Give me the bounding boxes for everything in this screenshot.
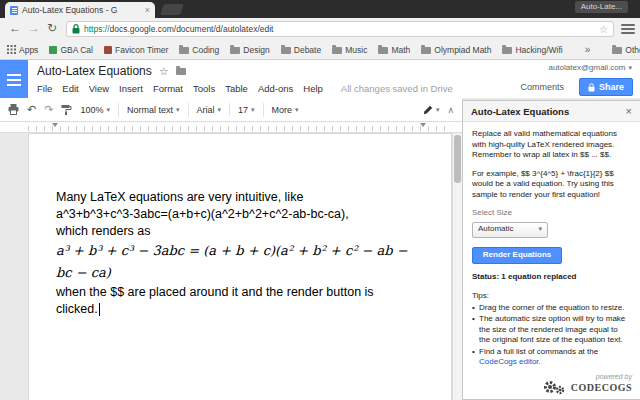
bookmark-folder-coding[interactable]: Coding [179, 45, 219, 55]
bullet-icon: • [472, 347, 479, 368]
chevron-down-icon: ▾ [106, 106, 110, 114]
bookmark-gba-cal[interactable]: GBA Cal [49, 45, 93, 55]
rendered-equation-image[interactable]: a³ + b³ + c³ − 3abc = (a + b + c)(a² + b… [56, 240, 426, 284]
document-area: Many LaTeX equations are very intuitive,… [0, 133, 462, 400]
chevron-down-icon: ▾ [436, 106, 440, 114]
font-family-select[interactable]: Arial ▾ [197, 105, 222, 115]
bookmark-apps[interactable]: Apps [7, 45, 38, 55]
right-indent-marker[interactable] [420, 123, 426, 127]
undo-icon[interactable]: ↶ [27, 104, 36, 115]
chevron-down-icon: ▾ [538, 224, 542, 235]
forward-icon[interactable]: → [28, 21, 40, 35]
size-select[interactable]: Automatic ▾ [472, 222, 548, 238]
document-scrollbar[interactable] [452, 133, 462, 400]
document-text[interactable]: Many LaTeX equations are very intuitive,… [56, 189, 426, 318]
codecogs-gears-icon [542, 380, 568, 395]
account-email[interactable]: autolatex@gmail.com ▾ [548, 63, 632, 72]
paragraph-line: when the $$ are placed around it and the… [56, 284, 426, 301]
folder-icon [281, 47, 291, 54]
star-document-icon[interactable]: ☆ [159, 65, 169, 78]
docs-header: Auto-Latex Equations ☆ autolatex@gmail.c… [0, 60, 640, 98]
menu-insert[interactable]: Insert [119, 83, 143, 94]
tab-strip: Auto-Latex Equations - G × Auto-Late... [0, 0, 640, 18]
print-icon[interactable] [8, 104, 19, 115]
folder-icon [378, 47, 388, 54]
folder-icon [502, 47, 512, 54]
font-size-select[interactable]: 17 ▾ [238, 105, 255, 115]
share-button[interactable]: Share [579, 78, 633, 96]
paragraph-line: clicked. [56, 301, 426, 318]
tab-close-icon[interactable]: × [145, 5, 150, 15]
sidebar-intro-text: Replace all valid mathematical equations… [472, 129, 631, 161]
status-text: Status: 1 equation replaced [472, 272, 631, 283]
powered-by-label: powered by [542, 373, 632, 380]
scrollbar-thumb[interactable] [454, 135, 461, 183]
new-tab-button[interactable] [160, 4, 184, 15]
menu-bar: File Edit View Insert Format Tools Table… [37, 83, 453, 94]
bookmarks-bar: Apps GBA Cal Favicon Timer Coding Design… [0, 40, 640, 60]
bookmark-folder-music[interactable]: Music [332, 45, 367, 55]
chrome-menu-icon[interactable] [621, 24, 635, 34]
url-scheme: https:// [84, 24, 110, 34]
render-equations-button[interactable]: Render Equations [472, 247, 562, 264]
codecogs-brand[interactable]: CODECOGS [571, 382, 632, 393]
browser-tab[interactable]: Auto-Latex Equations - G × [5, 2, 155, 18]
bookmark-folder-math[interactable]: Math [378, 45, 410, 55]
docs-home-icon[interactable] [0, 60, 28, 98]
comments-button[interactable]: Comments [514, 80, 570, 94]
address-bar: ← → ↻ https:// docs.google.com/document/… [0, 18, 640, 40]
sidebar-close-icon[interactable]: × [626, 105, 632, 117]
paint-format-icon[interactable] [61, 104, 72, 115]
hide-menus-icon[interactable]: ∧ [447, 105, 454, 115]
tip-item: • Drag the corner of the equation to res… [472, 303, 631, 314]
docs-toolbar: ↶ ↷ 100% ▾ Normal text ▾ Arial ▾ 17 ▾ Mo… [0, 98, 462, 122]
menu-format[interactable]: Format [153, 83, 183, 94]
secure-lock-icon [72, 24, 80, 34]
redo-icon[interactable]: ↷ [44, 104, 53, 115]
bookmark-folder-olympiad-math[interactable]: Olympiad Math [421, 45, 491, 55]
tips-title: Tips: [472, 291, 631, 302]
pen-icon [423, 105, 433, 115]
other-bookmarks-button[interactable]: Other bookmarks [612, 45, 640, 55]
back-icon[interactable]: ← [9, 21, 21, 35]
more-toolbar-button[interactable]: More ▾ [272, 105, 299, 115]
browser-window: Auto-Latex Equations - G × Auto-Late... … [0, 0, 640, 400]
zoom-select[interactable]: 100% ▾ [80, 105, 110, 115]
bookmark-favicon-timer[interactable]: Favicon Timer [104, 45, 168, 55]
menu-help[interactable]: Help [303, 83, 323, 94]
floating-tab-label: Auto-Late... [575, 1, 628, 13]
edit-mode-button[interactable]: ▾ [423, 105, 440, 115]
site-favicon-icon [104, 46, 112, 54]
text-cursor [99, 303, 100, 316]
paragraph-style-select[interactable]: Normal text ▾ [127, 105, 180, 115]
bullet-icon: • [472, 303, 479, 314]
bookmark-folder-design[interactable]: Design [230, 45, 269, 55]
bookmark-folder-debate[interactable]: Debate [281, 45, 321, 55]
codecogs-editor-link[interactable]: CodeCogs editor. [479, 357, 541, 366]
move-to-folder-icon[interactable] [176, 68, 186, 75]
menu-edit[interactable]: Edit [62, 83, 78, 94]
menu-file[interactable]: File [37, 83, 52, 94]
bookmarks-overflow-icon[interactable]: » [585, 44, 591, 55]
select-size-label: Select Size [472, 208, 631, 219]
powered-by-block: powered by CODECOGS [542, 373, 632, 395]
tab-title: Auto-Latex Equations - G [22, 5, 141, 15]
document-page[interactable]: Many LaTeX equations are very intuitive,… [28, 133, 452, 400]
left-indent-marker[interactable] [52, 123, 58, 127]
docs-favicon-icon [10, 6, 18, 15]
folder-icon [612, 47, 622, 54]
document-title[interactable]: Auto-Latex Equations [37, 64, 152, 78]
sidebar-header: Auto-Latex Equations × [463, 101, 640, 122]
ruler[interactable] [0, 122, 462, 133]
menu-addons[interactable]: Add-ons [258, 83, 293, 94]
bookmark-folder-hacking-wifi[interactable]: Hacking/Wifi [502, 45, 562, 55]
menu-tools[interactable]: Tools [193, 83, 215, 94]
chevron-down-icon: ▾ [218, 106, 222, 114]
menu-view[interactable]: View [89, 83, 109, 94]
bookmark-star-icon[interactable]: ☆ [599, 24, 608, 35]
refresh-icon[interactable]: ↻ [47, 21, 57, 35]
url-field[interactable]: https:// docs.google.com/document/d/auto… [66, 21, 614, 37]
menu-table[interactable]: Table [225, 83, 248, 94]
folder-icon [421, 47, 431, 54]
paragraph-line: a^3+b^3+c^3-3abc=(a+b+c)(a^2+b^2+c^2-ab-… [56, 206, 426, 223]
